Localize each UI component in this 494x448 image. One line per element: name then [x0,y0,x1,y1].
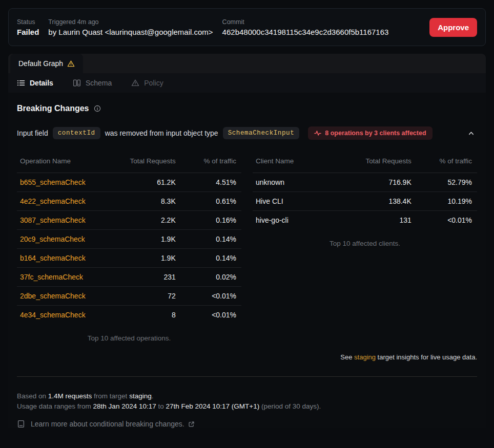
learn-more-label: Learn more about conditional breaking ch… [31,420,184,428]
client-name: hive-go-cli [253,210,334,229]
info-icon[interactable] [94,105,101,112]
commit-block: Commit 462b48000c34198115c34e9c2d3660f5b… [222,18,389,36]
operations-table: Operation Name Total Requests % of traff… [17,155,241,324]
policy-warning-icon [131,79,139,87]
operations-column: Operation Name Total Requests % of traff… [17,155,241,342]
clients-header-name: Client Name [253,155,334,173]
operations-table-note: Top 10 affected operations. [17,334,241,342]
range-to: to [156,402,166,410]
operation-link[interactable]: 2dbe_schemaCheck [20,292,86,300]
triggered-block: Triggered 4m ago by Laurin Quast <laurin… [48,18,213,36]
period-end: . [152,392,154,400]
operation-link[interactable]: 4e34_schemaCheck [20,311,86,319]
commit-hash: 462b48000c34198115c34e9c2d3660f5b1167163 [222,28,389,36]
operations-header-traffic: % of traffic [181,155,241,173]
footer-divider [17,376,477,377]
schema-icon [73,79,81,87]
table-row: 4e34_schemaCheck 8 <0.01% [17,305,241,324]
clients-table: Client Name Total Requests % of traffic … [253,155,477,229]
client-name: Hive CLI [253,191,334,210]
commit-label: Commit [222,18,389,26]
based-prefix: Based on [17,392,48,400]
range-prefix: Usage data ranges from [17,402,93,410]
target-name: staging [129,392,152,400]
nav-tab-schema[interactable]: Schema [73,79,112,87]
tab-default-graph-label: Default Graph [18,59,63,68]
change-prefix: Input field [17,129,48,137]
operation-traffic: <0.01% [181,305,241,324]
warning-icon [67,60,75,68]
operation-link[interactable]: b655_schemaCheck [20,178,86,186]
date-from: 28th Jan 2024 10:17 [93,402,156,410]
tab-default-graph[interactable]: Default Graph [10,54,83,73]
date-to: 27th Feb 2024 10:17 (GMT+1) [166,402,259,410]
operation-traffic: 0.14% [181,248,241,267]
breaking-change-row: Input field contextId was removed from i… [17,126,477,140]
status-block: Status Failed [17,18,39,36]
change-middle: was removed from input object type [105,129,218,137]
operation-traffic: 0.14% [181,229,241,248]
nav-tab-details[interactable]: Details [17,79,53,87]
table-row: 2dbe_schemaCheck 72 <0.01% [17,286,241,305]
code-badge-field: contextId [53,127,100,139]
graph-tabstrip: Default Graph [8,54,486,73]
external-link-icon [188,421,195,428]
clients-header-traffic: % of traffic [417,155,477,173]
operation-link[interactable]: 4e22_schemaCheck [20,197,86,205]
triggered-by: by Laurin Quast <laurinquast@googlemail.… [48,28,213,36]
table-row: 3087_schemaCheck 2.2K 0.16% [17,210,241,229]
clients-header-row: Client Name Total Requests % of traffic [253,155,477,173]
operation-link[interactable]: 3087_schemaCheck [20,216,86,224]
affected-chip-label: 8 operations by 3 clients affected [325,130,426,137]
nav-tab-policy-label: Policy [144,79,163,87]
usage-footer: Based on 1.4M requests from target stagi… [17,391,477,412]
operations-header-name: Operation Name [17,155,98,173]
clients-table-note: Top 10 affected clients. [253,240,477,247]
client-name: unknown [253,173,334,191]
clients-header-requests: Total Requests [334,155,417,173]
operation-requests: 61.2K [98,173,181,191]
triggered-label: Triggered 4m ago [48,18,213,26]
learn-more-link[interactable]: Learn more about conditional breaking ch… [31,420,195,428]
breaking-changes-title: Breaking Changes [17,104,89,113]
page: Status Failed Triggered 4m ago by Laurin… [0,0,494,428]
operation-traffic: 0.61% [181,191,241,210]
operation-requests: 1.9K [98,229,181,248]
table-row: b655_schemaCheck 61.2K 4.51% [17,173,241,191]
code-badge-type: SchemaCheckInput [223,127,300,139]
approve-button[interactable]: Approve [429,18,477,37]
client-requests: 138.4K [334,191,417,210]
operation-link[interactable]: 37fc_schemaCheck [20,273,83,281]
based-on-line: Based on 1.4M requests from target stagi… [17,391,477,401]
operation-requests: 1.9K [98,248,181,267]
chevron-up-icon [467,130,475,137]
clients-column: Client Name Total Requests % of traffic … [253,155,477,342]
operation-traffic: 0.02% [181,267,241,286]
operation-requests: 8 [98,305,181,324]
operation-requests: 231 [98,267,181,286]
client-traffic: 10.19% [417,191,477,210]
affected-operations-chip: 8 operations by 3 clients affected [308,126,432,140]
insights-note: See staging target insights for live usa… [17,353,477,361]
learn-more-row: Learn more about conditional breaking ch… [17,420,477,428]
table-row: hive-go-cli 131 <0.01% [253,210,477,229]
details-panel: Breaking Changes Input field contextId w… [8,93,486,428]
client-requests: 716.9K [334,173,417,191]
operation-link[interactable]: b164_schemaCheck [20,254,86,262]
client-requests: 131 [334,210,417,229]
table-row: Hive CLI 138.4K 10.19% [253,191,477,210]
client-traffic: <0.01% [417,210,477,229]
collapse-change-button[interactable] [465,127,477,139]
table-row: unknown 716.9K 52.79% [253,173,477,191]
book-icon [17,420,25,428]
staging-insights-link[interactable]: staging [354,353,376,361]
range-line: Usage data ranges from 28th Jan 2024 10:… [17,401,477,412]
operation-requests: 2.2K [98,210,181,229]
nav-tab-policy[interactable]: Policy [131,79,163,87]
insights-suffix: target insights for live usage data. [376,353,477,361]
check-nav: Details Schema Policy [8,73,486,93]
operation-link[interactable]: 20c9_schemaCheck [20,235,85,243]
operation-traffic: 4.51% [181,173,241,191]
table-row: 37fc_schemaCheck 231 0.02% [17,267,241,286]
check-header-card: Status Failed Triggered 4m ago by Laurin… [8,8,486,46]
